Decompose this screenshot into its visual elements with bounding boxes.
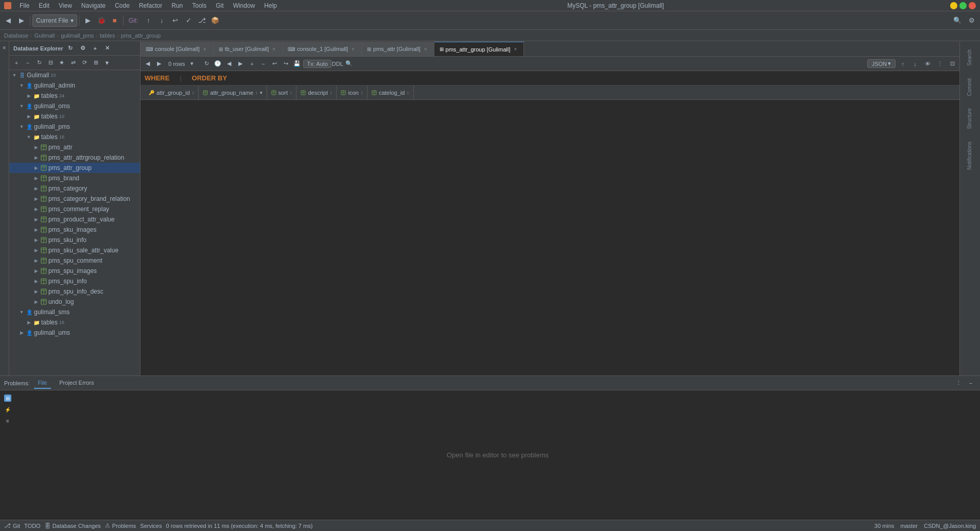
menu-item-help[interactable]: Help: [260, 1, 281, 10]
tree-item-1[interactable]: ▼👤gulimall_admin: [9, 80, 140, 91]
right-vtab-commit[interactable]: Commit: [965, 72, 975, 102]
qt-refresh[interactable]: ↻: [201, 59, 212, 69]
tree-item-5[interactable]: ▼👤gulimall_pms: [9, 122, 140, 132]
breadcrumb-part-2[interactable]: gulimall_pms: [61, 32, 94, 39]
tree-item-14[interactable]: ▶pms_product_attr_value: [9, 214, 140, 225]
qt-history[interactable]: 🕐: [213, 59, 223, 69]
tree-item-13[interactable]: ▶pms_comment_replay: [9, 204, 140, 214]
col-header-icon[interactable]: icon↕: [337, 85, 367, 99]
tree-item-20[interactable]: ▶pms_spu_info: [9, 276, 140, 286]
tab-console_1[interactable]: ⌨console_1 [Gulimall]×: [283, 42, 362, 56]
tab-pms_attr_group_active[interactable]: ⊞pms_attr_group [Gulimall]×: [434, 42, 524, 56]
db-explorer-close[interactable]: ✕: [102, 43, 113, 54]
qt-next-page[interactable]: ▶: [235, 59, 246, 69]
tree-item-22[interactable]: ▶undo_log: [9, 297, 140, 307]
breadcrumb-part-1[interactable]: Gulimall: [34, 32, 55, 39]
minimize-btn[interactable]: [950, 2, 957, 9]
db-table-btn[interactable]: ⊞: [91, 58, 101, 68]
problems-tab-file[interactable]: File: [34, 378, 51, 389]
toolbar-forward[interactable]: ▶: [15, 14, 28, 27]
menu-item-code[interactable]: Code: [111, 1, 134, 10]
qt-nav-left[interactable]: ◀: [143, 59, 153, 69]
tab-close-tb_user[interactable]: ×: [271, 46, 277, 53]
qt-undo[interactable]: ↩: [269, 59, 279, 69]
tree-item-15[interactable]: ▶pms_sku_images: [9, 225, 140, 235]
git-status[interactable]: ⎇ Git: [4, 522, 20, 529]
right-vtab-notifications[interactable]: Notifications: [965, 135, 975, 176]
window-controls[interactable]: [950, 2, 976, 9]
git-branch[interactable]: ⎇: [196, 14, 208, 27]
tree-item-6[interactable]: ▼📁tables16: [9, 132, 140, 142]
git-stash[interactable]: 📦: [209, 14, 221, 27]
col-header-attr_group_id[interactable]: 🔑attr_group_id↕: [145, 85, 199, 99]
git-pull[interactable]: ↓: [155, 14, 168, 27]
close-btn[interactable]: [969, 2, 976, 9]
qt-add-row[interactable]: +: [247, 59, 257, 69]
problems-tab-errors[interactable]: Project Errors: [55, 378, 98, 389]
qt-import[interactable]: ↓: [910, 59, 920, 69]
tree-item-25[interactable]: ▶👤gulimall_ums: [9, 328, 140, 338]
tree-item-12[interactable]: ▶pms_category_brand_relation: [9, 194, 140, 204]
qt-redo[interactable]: ↪: [281, 59, 291, 69]
stop-btn[interactable]: ■: [109, 14, 121, 27]
db-star-btn[interactable]: ★: [57, 58, 67, 68]
tree-item-4[interactable]: ▶📁tables10: [9, 111, 140, 122]
orderby-input[interactable]: [235, 74, 955, 82]
tree-item-10[interactable]: ▶pms_brand: [9, 173, 140, 183]
db-explorer-reload[interactable]: ↻: [65, 43, 76, 54]
menu-item-window[interactable]: Window: [229, 1, 259, 10]
debug-btn[interactable]: 🐞: [95, 14, 108, 27]
prob-icon-1[interactable]: ⊞: [4, 395, 11, 402]
tx-badge[interactable]: Tx: Auto: [303, 60, 331, 68]
json-badge[interactable]: JSON ▾: [867, 59, 896, 68]
db-changes-status[interactable]: 🗄 Database Changes: [45, 523, 101, 529]
db-tree[interactable]: ▼🗄Gulimall10▼👤gulimall_admin▶📁tables24▼👤…: [9, 70, 140, 375]
db-filter-btn[interactable]: ▼: [102, 58, 112, 68]
right-vtab-structure[interactable]: Structure: [965, 102, 975, 135]
tree-item-7[interactable]: ▶pms_attr: [9, 142, 140, 152]
col-header-descript[interactable]: descript↕: [296, 85, 337, 99]
menu-bar[interactable]: FileEditViewNavigateCodeRefactorRunTools…: [15, 1, 281, 10]
breadcrumb-part-3[interactable]: tables: [100, 32, 115, 39]
tab-pms_attr[interactable]: ⊞pms_attr [Gulimall]×: [362, 42, 434, 56]
tree-item-0[interactable]: ▼🗄Gulimall10: [9, 70, 140, 80]
col-dropdown-attr_group_name[interactable]: ▾: [260, 90, 262, 95]
prob-icon-3[interactable]: ≡: [4, 417, 11, 424]
run-btn[interactable]: ▶: [82, 14, 94, 27]
qt-view-toggle[interactable]: 👁: [922, 59, 933, 69]
db-explorer-settings[interactable]: ⚙: [78, 43, 88, 54]
tree-item-17[interactable]: ▶pms_sku_sale_attr_value: [9, 245, 140, 255]
git-revert[interactable]: ↩: [169, 14, 181, 27]
toolbar-back[interactable]: ◀: [2, 14, 14, 27]
col-header-attr_group_name[interactable]: attr_group_name↕▾: [199, 85, 267, 99]
menu-item-navigate[interactable]: Navigate: [77, 1, 110, 10]
tree-item-19[interactable]: ▶pms_spu_images: [9, 266, 140, 276]
col-header-sort[interactable]: sort↕: [267, 85, 297, 99]
qt-prev-page[interactable]: ◀: [224, 59, 234, 69]
col-sort-descript[interactable]: ↕: [330, 90, 332, 95]
qt-rows-dropdown[interactable]: ▾: [187, 59, 197, 69]
qt-remove-row[interactable]: −: [258, 59, 268, 69]
qt-nav-right[interactable]: ▶: [154, 59, 164, 69]
tab-close-pms_attr[interactable]: ×: [423, 46, 429, 53]
tab-console[interactable]: ⌨console [Gulimall]×: [141, 42, 214, 56]
col-sort-sort[interactable]: ↕: [290, 90, 292, 95]
tree-item-23[interactable]: ▼👤gulimall_sms: [9, 307, 140, 317]
qt-search[interactable]: 🔍: [344, 59, 354, 69]
tree-item-11[interactable]: ▶pms_category: [9, 183, 140, 194]
col-sort-icon[interactable]: ↕: [361, 90, 363, 95]
db-refresh-btn[interactable]: ↻: [34, 58, 44, 68]
menu-item-refactor[interactable]: Refactor: [135, 1, 166, 10]
problems-minimize[interactable]: −: [966, 378, 976, 388]
tree-item-24[interactable]: ▶📁tables16: [9, 317, 140, 328]
menu-item-view[interactable]: View: [55, 1, 76, 10]
services-status[interactable]: Services: [140, 523, 162, 529]
tab-close-console_1[interactable]: ×: [350, 46, 356, 53]
db-properties-btn[interactable]: ⊟: [45, 58, 56, 68]
tab-tb_user[interactable]: ⊞tb_user [Gulimall]×: [214, 42, 283, 56]
data-grid[interactable]: [141, 100, 959, 375]
col-sort-attr_group_id[interactable]: ↕: [192, 90, 195, 95]
maximize-btn[interactable]: [959, 2, 967, 9]
qt-expand[interactable]: ⊡: [947, 59, 957, 69]
right-vtab-search[interactable]: Search: [965, 43, 975, 72]
